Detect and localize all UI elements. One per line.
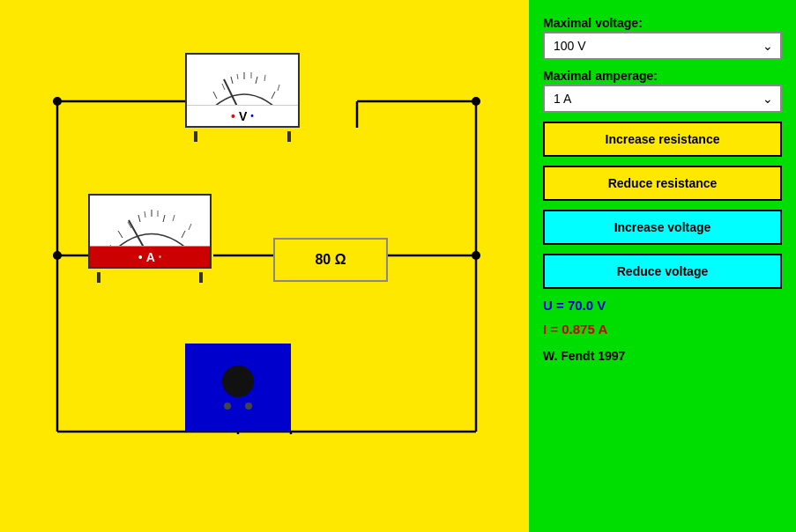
voltage-display: U = 70.0 V [543,298,782,313]
resistor-value: 80 Ω [315,252,346,268]
svg-line-28 [264,75,265,81]
reduce-resistance-button[interactable]: Reduce resistance [543,166,782,201]
increase-voltage-button[interactable]: Increase voltage [543,210,782,245]
svg-line-43 [173,215,175,221]
svg-line-33 [118,231,123,238]
voltmeter-dot-left: • [231,109,235,123]
controls-panel: Maximal voltage: 100 V 50 V 200 V ⌄ Maxi… [529,0,796,532]
ammeter-dot-right: • [159,252,162,262]
max-voltage-section: Maximal voltage: 100 V 50 V 200 V ⌄ [543,16,782,60]
increase-resistance-button[interactable]: Increase resistance [543,122,782,157]
svg-line-44 [189,224,191,230]
max-amperage-wrapper: 1 A 0.5 A 2 A ⌄ [543,85,782,113]
svg-line-37 [182,231,185,238]
svg-line-18 [213,92,217,99]
svg-line-25 [222,84,225,90]
battery [185,344,291,432]
ammeter-dot-left: • [138,250,143,264]
voltmeter-label-text: V [239,109,247,123]
reduce-voltage-button[interactable]: Reduce voltage [543,254,782,289]
circuit-panel: • V • [0,0,529,532]
credit-text: W. Fendt 1997 [543,349,782,363]
max-amperage-select[interactable]: 1 A 0.5 A 2 A [543,85,782,113]
max-amperage-section: Maximal amperage: 1 A 0.5 A 2 A ⌄ [543,69,782,113]
svg-line-22 [272,92,275,99]
svg-line-34 [138,215,140,222]
max-amperage-label: Maximal amperage: [543,69,782,83]
svg-line-36 [163,215,165,222]
svg-point-16 [472,97,480,106]
current-display: I = 0.875 A [543,321,782,336]
max-voltage-wrapper: 100 V 50 V 200 V ⌄ [543,32,782,60]
svg-point-13 [53,251,62,260]
svg-line-26 [237,74,238,79]
svg-point-15 [53,97,62,106]
voltmeter-dot-right: • [250,111,254,121]
svg-line-41 [145,211,145,218]
battery-symbol [222,366,254,397]
max-voltage-label: Maximal voltage: [543,16,782,30]
battery-terminal-2 [245,403,252,410]
ammeter: • A • [88,194,212,291]
svg-line-21 [256,77,257,84]
battery-terminal-1 [224,403,231,410]
svg-line-19 [231,77,233,84]
ammeter-label-text: A [146,250,155,264]
svg-point-14 [472,251,480,260]
svg-line-29 [278,85,279,91]
voltmeter: • V • [185,53,300,150]
resistor: 80 Ω [273,238,388,282]
max-voltage-select[interactable]: 100 V 50 V 200 V [543,32,782,60]
